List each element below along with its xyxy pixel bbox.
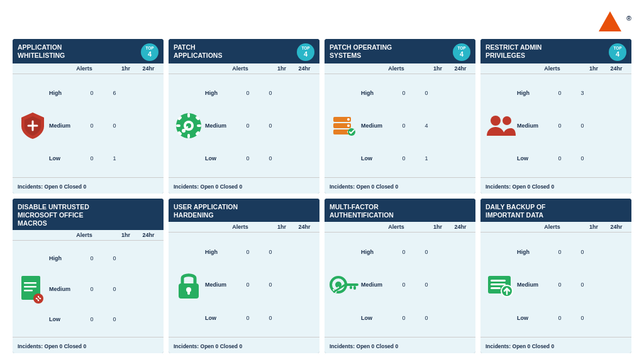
card-title-user-app-hardening: USER APPLICATIONHARDENING xyxy=(174,203,238,219)
svg-point-21 xyxy=(491,116,501,126)
val-1hr: 0 xyxy=(236,249,259,255)
svg-point-17 xyxy=(347,118,350,121)
table-row: High 0 3 xyxy=(517,90,628,96)
svg-rect-7 xyxy=(176,124,180,127)
table-content-user-app-hardening: High 0 0 Medium 0 0 Low 0 xyxy=(169,233,319,337)
incidents-value: Open 0 Closed 0 xyxy=(201,184,243,190)
table-row: Low 0 0 xyxy=(517,155,628,162)
val-24hr: 0 xyxy=(415,315,438,321)
level-label: High xyxy=(49,255,80,261)
val-1hr: 0 xyxy=(236,315,259,321)
val-24hr: 0 xyxy=(571,249,594,255)
card-footer-patch-applications: Incidents: Open 0 Closed 0 xyxy=(169,177,319,194)
incidents-value: Open 0 Closed 0 xyxy=(45,184,87,190)
card-daily-backup: DAILY BACKUP OFIMPORTANT DATA Alerts 1hr… xyxy=(480,199,631,353)
level-label: Low xyxy=(49,155,80,162)
col-1hr-label: 1hr xyxy=(426,224,449,230)
table-content-app-whitelisting: High 0 6 Medium 0 0 Low 0 xyxy=(13,74,164,177)
rows-patch-os: High 0 0 Medium 0 4 Low 0 xyxy=(361,77,472,175)
col-alerts-label: Alerts xyxy=(54,65,114,72)
card-icon-mfa xyxy=(328,235,361,334)
level-label: High xyxy=(205,249,236,255)
card-footer-restrict-admin: Incidents: Open 0 Closed 0 xyxy=(480,177,631,194)
card-title-daily-backup: DAILY BACKUP OFIMPORTANT DATA xyxy=(486,203,546,219)
svg-point-13 xyxy=(182,129,186,133)
incidents-value: Open 0 Closed 0 xyxy=(513,184,555,190)
val-24hr: 0 xyxy=(259,123,282,129)
val-24hr: 0 xyxy=(103,316,126,322)
card-footer-user-app-hardening: Incidents: Open 0 Closed 0 xyxy=(169,337,319,353)
col-24hr-label: 24hr xyxy=(605,224,628,230)
val-24hr: 1 xyxy=(415,155,438,162)
level-label: Low xyxy=(361,155,392,162)
col-1hr-label: 1hr xyxy=(270,65,293,72)
col-alerts-label: Alerts xyxy=(366,224,426,230)
card-header-mfa: MULTI-FACTORAUTHENTIFICATION xyxy=(325,199,475,222)
top-badge-patch-os: TOP 4 xyxy=(453,43,470,61)
val-24hr: 0 xyxy=(259,90,282,96)
card-body-disable-macros: Alerts 1hr 24hr xyxy=(13,230,164,353)
rows-disable-macros: High 0 0 Medium 0 0 Low 0 xyxy=(49,243,160,334)
card-footer-app-whitelisting: Incidents: Open 0 Closed 0 xyxy=(13,177,164,194)
table-row: Low 0 1 xyxy=(49,155,160,162)
svg-point-18 xyxy=(347,124,350,127)
table-content-mfa: High 0 0 Medium 0 0 Low 0 xyxy=(325,233,475,337)
val-1hr: 0 xyxy=(392,155,415,162)
svg-rect-37 xyxy=(353,286,356,290)
card-app-whitelisting: APPLICATIONWHITELISTING TOP 4 Alerts 1hr… xyxy=(13,39,164,194)
val-1hr: 0 xyxy=(548,123,571,129)
incidents-value: Open 0 Closed 0 xyxy=(201,343,243,349)
val-1hr: 0 xyxy=(392,123,415,129)
rows-mfa: High 0 0 Medium 0 0 Low 0 xyxy=(361,235,472,334)
table-row: High 0 0 xyxy=(361,90,472,96)
table-row: Low 0 0 xyxy=(205,315,316,321)
card-icon-daily-backup xyxy=(484,235,517,334)
level-label: Low xyxy=(205,315,236,321)
card-header-disable-macros: DISABLE UNTRUSTEDMICROSOFT OFFICE MACROS xyxy=(13,199,164,230)
card-footer-disable-macros: Incidents: Open 0 Closed 0 xyxy=(13,337,164,353)
level-label: Medium xyxy=(49,123,80,129)
table-header-disable-macros: Alerts 1hr 24hr xyxy=(13,230,164,241)
val-24hr: 0 xyxy=(259,155,282,162)
val-24hr: 0 xyxy=(259,249,282,255)
level-label: High xyxy=(517,90,548,96)
col-alerts-label: Alerts xyxy=(522,224,582,230)
level-label: Low xyxy=(517,155,548,162)
card-user-app-hardening: USER APPLICATIONHARDENING Alerts 1hr 24h… xyxy=(169,199,319,353)
table-header-daily-backup: Alerts 1hr 24hr xyxy=(480,222,631,233)
card-patch-os: PATCH OPERATINGSYSTEMS TOP 4 Alerts 1hr … xyxy=(325,39,475,194)
val-24hr: 0 xyxy=(259,315,282,321)
incidents-value: Open 0 Closed 0 xyxy=(357,343,399,349)
col-24hr-label: 24hr xyxy=(137,65,160,72)
table-row: Medium 0 0 xyxy=(517,123,628,129)
val-24hr: 1 xyxy=(103,155,126,162)
val-24hr: 6 xyxy=(103,90,126,96)
val-1hr: 0 xyxy=(548,155,571,162)
card-header-user-app-hardening: USER APPLICATIONHARDENING xyxy=(169,199,319,222)
header-logo: ® xyxy=(599,11,631,31)
level-label: Low xyxy=(49,316,80,322)
svg-rect-6 xyxy=(187,134,190,138)
val-1hr: 0 xyxy=(548,315,571,321)
table-row: Low 0 0 xyxy=(205,155,316,162)
val-1hr: 0 xyxy=(236,155,259,162)
card-mfa: MULTI-FACTORAUTHENTIFICATION Alerts 1hr … xyxy=(325,199,475,353)
table-content-daily-backup: High 0 0 Medium 0 0 Low 0 xyxy=(480,233,631,337)
val-1hr: 0 xyxy=(80,155,103,162)
card-icon-disable-macros xyxy=(16,243,49,334)
table-row: Low 0 0 xyxy=(49,316,160,322)
logo-text: ® xyxy=(626,12,631,31)
col-alerts-label: Alerts xyxy=(210,224,270,230)
val-24hr: 0 xyxy=(103,286,126,292)
incidents-value: Open 0 Closed 0 xyxy=(513,343,555,349)
level-label: High xyxy=(517,249,548,255)
card-title-app-whitelisting: APPLICATIONWHITELISTING xyxy=(18,43,65,60)
col-1hr-label: 1hr xyxy=(582,65,605,72)
incidents-label: Incidents: xyxy=(174,343,201,349)
table-row: Medium 0 0 xyxy=(49,286,160,292)
val-1hr: 0 xyxy=(392,90,415,96)
val-1hr: 0 xyxy=(80,255,103,261)
val-1hr: 0 xyxy=(80,316,103,322)
table-header-mfa: Alerts 1hr 24hr xyxy=(325,222,475,233)
val-1hr: 0 xyxy=(80,90,103,96)
